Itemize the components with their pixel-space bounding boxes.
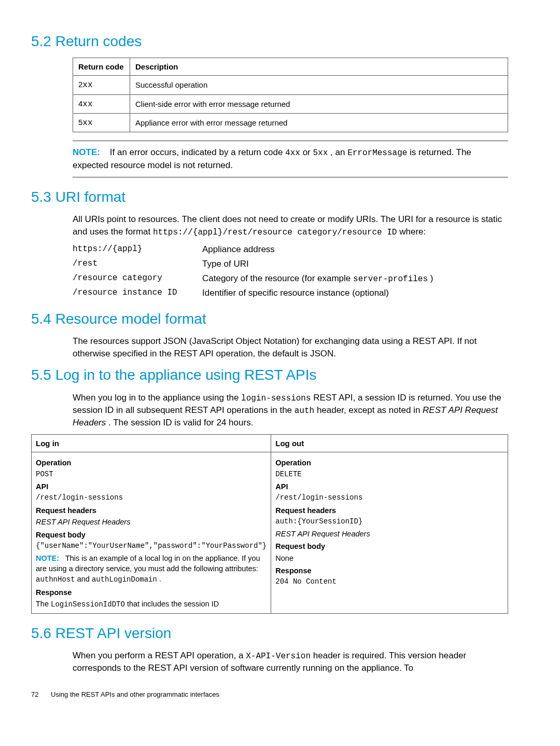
inline-code: auth	[295, 406, 314, 416]
cell-code: 5xx	[73, 113, 130, 132]
value-response: 204 No Content	[275, 577, 503, 587]
inline-code: X-API-Version	[246, 652, 311, 661]
body-text: When you log in to the appliance using t…	[73, 392, 508, 430]
note-text: NOTE: This is an example of a local log …	[36, 553, 267, 585]
page-number: 72	[31, 690, 38, 698]
label-request-headers: Request headers	[36, 505, 267, 516]
inline-code: authnHost	[36, 575, 75, 584]
inline-code: 4xx	[285, 148, 300, 158]
value-operation: DELETE	[275, 469, 503, 480]
uri-definition-list: https://{appl} Appliance address /rest T…	[73, 243, 508, 299]
inline-code: server-profiles	[353, 274, 428, 284]
login-logout-table: Log in Log out Operation POST API /rest/…	[31, 434, 508, 613]
th-login: Log in	[32, 435, 271, 452]
label-api: API	[275, 481, 503, 492]
note-text: If an error occurs, indicated by a retur…	[110, 147, 285, 157]
label-request-body: Request body	[275, 541, 503, 551]
inline-code: 5xx	[313, 148, 328, 158]
cell-desc: Appliance error with error message retur…	[130, 113, 508, 132]
th-return-code: Return code	[73, 58, 130, 76]
value-operation: POST	[36, 469, 267, 480]
cell-desc: Successful operation	[130, 76, 508, 94]
label-operation: Operation	[36, 458, 267, 468]
uri-term: /rest	[73, 258, 202, 270]
label-request-body: Request body	[36, 530, 267, 540]
cell-logout: Operation DELETE API /rest/login-session…	[271, 452, 508, 613]
label-response: Response	[275, 565, 503, 576]
label-operation: Operation	[275, 458, 503, 468]
body-text: The resources support JSON (JavaScript O…	[73, 335, 508, 360]
value-request-headers: auth:{YourSessionID}	[275, 517, 503, 527]
section-heading-api-version: 5.6 REST API version	[31, 623, 508, 643]
value-request-headers-2: REST API Request Headers	[275, 529, 503, 539]
value-api: /rest/login-sessions	[36, 493, 267, 503]
cell-code: 4xx	[73, 94, 130, 113]
uri-def: Category of the resource (for example se…	[202, 272, 508, 285]
value-response: The LoginSessionIdDTO that includes the …	[36, 599, 267, 610]
table-row: 5xx Appliance error with error message r…	[73, 113, 508, 132]
inline-code: https://{appl}/rest/resource category/re…	[153, 228, 397, 237]
note-box: NOTE: If an error occurs, indicated by a…	[73, 141, 508, 177]
label-request-headers: Request headers	[275, 505, 503, 516]
value-api: /rest/login-sessions	[275, 493, 503, 503]
inline-code: login-sessions	[241, 394, 311, 403]
note-text: or	[303, 147, 313, 157]
inline-code: LoginSessionIdDTO	[51, 600, 125, 609]
cell-code: 2xx	[73, 76, 130, 94]
section-heading-return-codes: 5.2 Return codes	[31, 31, 508, 51]
cell-login: Operation POST API /rest/login-sessions …	[32, 452, 271, 613]
footer-chapter: Using the REST APIs and other programmat…	[51, 690, 219, 698]
return-codes-table: Return code Description 2xx Successful o…	[73, 58, 508, 132]
inline-code: authLoginDomain	[92, 575, 157, 584]
page-footer: 72 Using the REST APIs and other program…	[31, 690, 508, 699]
inline-code: ErrorMessage	[347, 148, 407, 158]
section-heading-uri-format: 5.3 URI format	[31, 187, 508, 207]
value-request-body: {"userName":"YourUserName","password":"Y…	[36, 541, 267, 551]
uri-def: Appliance address	[202, 243, 508, 256]
body-text: When you perform a REST API operation, a…	[73, 650, 508, 674]
uri-def: Identifier of specific resource instance…	[202, 287, 508, 299]
note-text: , an	[330, 147, 347, 157]
value-request-body: None	[275, 553, 503, 563]
label-response: Response	[36, 587, 267, 598]
body-text: All URIs point to resources. The client …	[73, 213, 508, 238]
note-label: NOTE:	[73, 147, 100, 157]
label-api: API	[36, 481, 267, 492]
table-row: 4xx Client-side error with error message…	[73, 94, 508, 113]
th-logout: Log out	[271, 435, 508, 452]
uri-term: https://{appl}	[73, 243, 202, 256]
section-heading-login: 5.5 Log in to the appliance using REST A…	[31, 365, 508, 385]
cell-desc: Client-side error with error message ret…	[130, 94, 508, 113]
section-heading-resource-model: 5.4 Resource model format	[31, 309, 508, 329]
uri-def: Type of URI	[202, 258, 508, 270]
table-row: 2xx Successful operation	[73, 76, 508, 94]
th-description: Description	[130, 58, 508, 76]
uri-term: /resource category	[73, 272, 202, 285]
uri-term: /resource instance ID	[73, 287, 202, 299]
value-request-headers: REST API Request Headers	[36, 517, 267, 527]
